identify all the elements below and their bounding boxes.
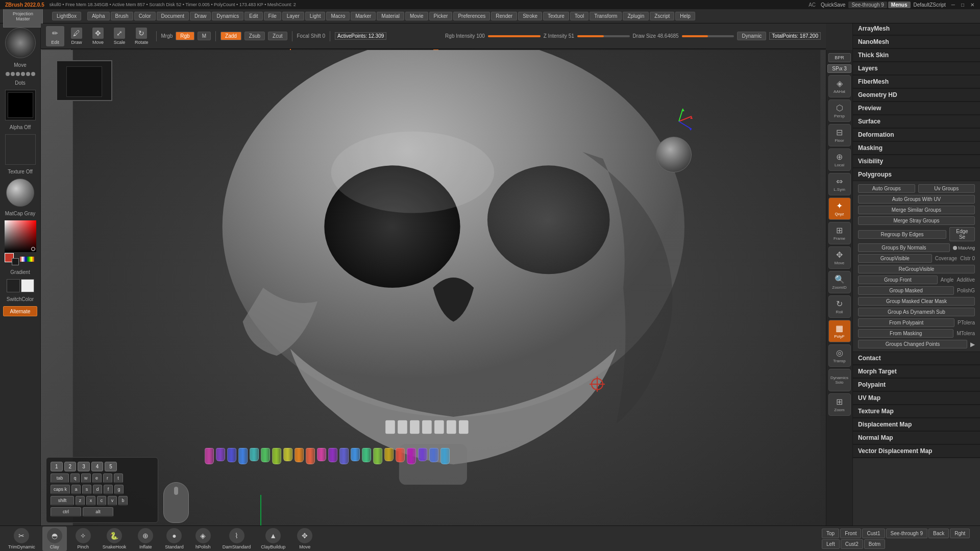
displacement-map-header[interactable]: Displacement Map — [853, 418, 980, 431]
key-2[interactable]: 2 — [64, 462, 77, 471]
fg-bg-color[interactable] — [5, 253, 19, 265]
right-view-btn[interactable]: Rght — [950, 529, 970, 538]
stroke-dots[interactable] — [5, 72, 36, 76]
groups-by-normals-btn[interactable]: Groups By Normals — [858, 243, 950, 252]
group-as-dynamesh-btn[interactable]: Group As Dynamesh Sub — [858, 308, 975, 316]
lsym-btn[interactable]: ⇔ L.Sym — [828, 173, 851, 195]
key-caps[interactable]: caps k — [51, 485, 70, 494]
key-v[interactable]: v — [108, 496, 117, 506]
fibermesh-header[interactable]: FiberMesh — [853, 76, 980, 88]
snake-hook-tool[interactable]: 🐍 SnakeHook — [100, 527, 130, 551]
zsub-btn[interactable]: Zsub — [244, 32, 265, 40]
layers-header[interactable]: Layers — [853, 62, 980, 75]
persp-btn[interactable]: ⬡ Persp — [828, 99, 851, 122]
key-f[interactable]: f — [104, 485, 113, 494]
tool-preview[interactable] — [56, 60, 112, 101]
geometry-hd-header[interactable]: Geometry HD — [853, 89, 980, 102]
picker-menu[interactable]: Picker — [429, 12, 453, 20]
back-view-btn[interactable]: Back — [928, 529, 949, 538]
key-tab[interactable]: tab — [51, 473, 69, 483]
edit-menu[interactable]: Edit — [244, 12, 262, 20]
stroke-menu[interactable]: Stroke — [518, 12, 542, 20]
transform-menu[interactable]: Transform — [590, 12, 622, 20]
groups-changed-btn[interactable]: Groups Changed Points — [858, 340, 967, 348]
group-front-btn[interactable]: Group Front — [858, 276, 938, 284]
alpha-preview[interactable] — [5, 90, 36, 120]
brush-menu[interactable]: Brush — [111, 12, 133, 20]
help-menu[interactable]: Help — [675, 12, 695, 20]
quicksave-btn[interactable]: QuickSave — [819, 2, 847, 8]
zoomid-btn[interactable]: 🔍 ZoomID — [828, 271, 851, 293]
edit-btn[interactable]: ✏ Edit — [46, 26, 64, 46]
front-view-btn[interactable]: Front — [840, 529, 861, 538]
close-btn[interactable]: ✕ — [968, 2, 977, 8]
texture-map-header[interactable]: Texture Map — [853, 405, 980, 418]
rotate-btn[interactable]: ↻ Rotate — [132, 26, 152, 46]
nanomesh-header[interactable]: NanoMesh — [853, 36, 980, 48]
left-view-btn[interactable]: Left — [822, 539, 840, 549]
spix-btn[interactable]: SPix 3 — [827, 64, 851, 73]
key-g[interactable]: g — [114, 485, 124, 494]
aahat-btn[interactable]: ◈ AAHat — [828, 75, 851, 97]
key-5[interactable]: 5 — [105, 462, 117, 471]
brush-preview[interactable] — [5, 28, 36, 58]
polygroups-header[interactable]: Polygroups — [853, 168, 980, 181]
trim-dynamic-tool[interactable]: ✂ TrimDynamic — [5, 527, 38, 551]
move-far-btn[interactable]: ✥ Move — [828, 246, 851, 269]
from-polypaint-btn[interactable]: From Polypaint — [858, 318, 954, 327]
visibility-header[interactable]: Visibility — [853, 155, 980, 168]
polyf-btn[interactable]: ▦ PolyF — [828, 320, 851, 342]
key-x[interactable]: x — [86, 496, 95, 506]
viewport[interactable] — [41, 50, 852, 525]
merge-stray-btn[interactable]: Merge Stray Groups — [858, 216, 975, 225]
uv-map-header[interactable]: UV Map — [853, 392, 980, 405]
material-menu[interactable]: Material — [377, 12, 404, 20]
macro-menu[interactable]: Macro — [326, 12, 350, 20]
clay-tool[interactable]: ◓ Clay — [42, 527, 67, 551]
move-tool[interactable]: ✥ Move — [292, 527, 317, 551]
auto-groups-btn[interactable]: Auto Groups — [858, 184, 915, 193]
claybuildup-tool[interactable]: ▲ ClayBuildup — [258, 527, 288, 551]
draw-size-slider[interactable] — [682, 35, 734, 37]
key-r[interactable]: r — [103, 473, 112, 483]
key-w[interactable]: w — [81, 473, 91, 483]
deformation-header[interactable]: Deformation — [853, 129, 980, 141]
color-picker[interactable] — [5, 220, 36, 265]
white-swatch[interactable] — [21, 279, 34, 292]
masking-header[interactable]: Masking — [853, 142, 980, 155]
key-z[interactable]: z — [76, 496, 85, 506]
marker-menu[interactable]: Marker — [351, 12, 376, 20]
hue-slider[interactable] — [20, 257, 34, 262]
movie-menu[interactable]: Movie — [405, 12, 428, 20]
key-shift[interactable]: shift — [51, 496, 74, 506]
groups-changed-expand[interactable]: ▶ — [970, 341, 975, 348]
zoom-btn[interactable]: ⊞ Zoom — [828, 393, 851, 416]
hpolish-tool[interactable]: ◈ hPolish — [191, 527, 215, 551]
key-d[interactable]: d — [93, 485, 102, 494]
group-visible-btn[interactable]: GroupVisible — [858, 254, 932, 263]
zplugin-menu[interactable]: Zplugin — [623, 12, 649, 20]
render-menu[interactable]: Render — [491, 12, 517, 20]
draw-menu[interactable]: Draw — [190, 12, 211, 20]
default-zscript-btn[interactable]: DefaultZScript — [912, 2, 948, 8]
menus-btn[interactable]: Menus — [888, 2, 911, 8]
see-through-view-btn[interactable]: See-through 9 — [886, 529, 927, 538]
nav-sphere[interactable] — [653, 137, 694, 198]
black-swatch[interactable] — [7, 279, 20, 292]
key-3[interactable]: 3 — [78, 462, 90, 471]
merge-similar-btn[interactable]: Merge Similar Groups — [858, 206, 975, 214]
tool-menu[interactable]: Tool — [570, 12, 589, 20]
pinch-tool[interactable]: ⟡ Pinch — [71, 527, 95, 551]
matcap-preview[interactable] — [6, 179, 34, 207]
layer-menu[interactable]: Layer — [282, 12, 304, 20]
cust1-view-btn[interactable]: Cust1 — [862, 529, 885, 538]
group-masked-btn[interactable]: Group Masked — [858, 286, 954, 295]
key-1[interactable]: 1 — [51, 462, 63, 471]
regroup-visible-btn[interactable]: ReGroupVisible — [858, 265, 975, 273]
file-menu[interactable]: File — [264, 12, 281, 20]
bpr-btn[interactable]: BPR — [828, 53, 851, 62]
draw-btn[interactable]: 🖊 Draw — [67, 26, 86, 46]
surface-header[interactable]: Surface — [853, 115, 980, 128]
key-s[interactable]: s — [82, 485, 91, 494]
minimize-btn[interactable]: ─ — [949, 2, 958, 8]
